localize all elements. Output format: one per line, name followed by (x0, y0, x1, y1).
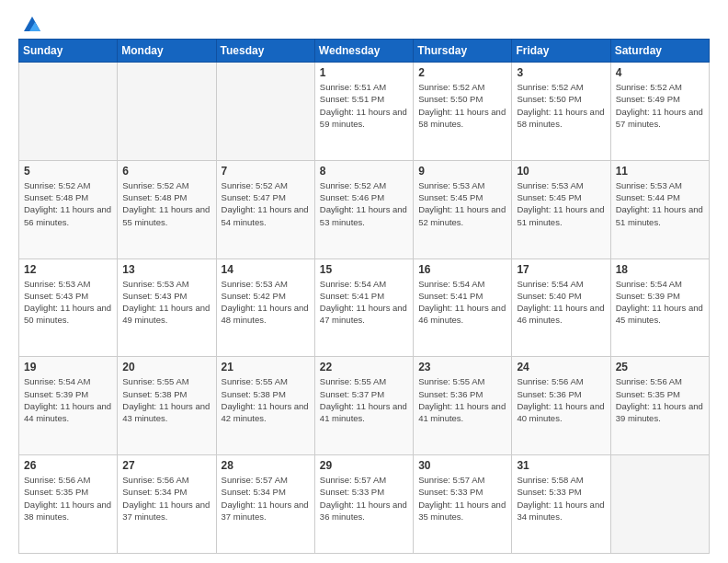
day-number: 24 (517, 361, 605, 373)
day-info: Sunrise: 5:57 AMSunset: 5:33 PMDaylight:… (418, 474, 506, 523)
day-info: Sunrise: 5:54 AMSunset: 5:41 PMDaylight:… (320, 278, 408, 327)
day-number: 15 (320, 263, 408, 276)
calendar-cell-10: 10Sunrise: 5:53 AMSunset: 5:45 PMDayligh… (512, 160, 610, 259)
day-info: Sunrise: 5:54 AMSunset: 5:41 PMDaylight:… (418, 278, 506, 327)
day-number: 1 (320, 66, 408, 79)
day-number: 30 (418, 459, 506, 472)
calendar-cell-3: 3Sunrise: 5:52 AMSunset: 5:50 PMDaylight… (512, 63, 610, 161)
calendar: SundayMondayTuesdayWednesdayThursdayFrid… (18, 39, 710, 554)
calendar-cell-6: 6Sunrise: 5:52 AMSunset: 5:48 PMDaylight… (118, 160, 216, 259)
calendar-cell-14: 14Sunrise: 5:53 AMSunset: 5:42 PMDayligh… (216, 259, 314, 357)
day-number: 11 (616, 165, 704, 178)
calendar-header-thursday: Thursday (414, 40, 512, 63)
calendar-cell-5: 5Sunrise: 5:52 AMSunset: 5:48 PMDaylight… (19, 160, 118, 259)
day-number: 19 (24, 361, 112, 373)
day-info: Sunrise: 5:53 AMSunset: 5:45 PMDaylight:… (418, 179, 506, 228)
day-info: Sunrise: 5:54 AMSunset: 5:40 PMDaylight:… (517, 278, 605, 327)
calendar-cell-30: 30Sunrise: 5:57 AMSunset: 5:33 PMDayligh… (414, 455, 512, 554)
calendar-cell-13: 13Sunrise: 5:53 AMSunset: 5:43 PMDayligh… (118, 259, 216, 357)
calendar-week-1: 1Sunrise: 5:51 AMSunset: 5:51 PMDaylight… (19, 63, 710, 161)
day-info: Sunrise: 5:53 AMSunset: 5:42 PMDaylight:… (222, 278, 310, 327)
day-info: Sunrise: 5:54 AMSunset: 5:39 PMDaylight:… (616, 278, 704, 327)
day-number: 25 (616, 361, 704, 373)
calendar-cell-15: 15Sunrise: 5:54 AMSunset: 5:41 PMDayligh… (314, 259, 413, 357)
day-info: Sunrise: 5:55 AMSunset: 5:38 PMDaylight:… (222, 375, 310, 424)
calendar-cell-19: 19Sunrise: 5:54 AMSunset: 5:39 PMDayligh… (19, 357, 118, 455)
day-info: Sunrise: 5:52 AMSunset: 5:46 PMDaylight:… (320, 179, 408, 228)
calendar-cell-16: 16Sunrise: 5:54 AMSunset: 5:41 PMDayligh… (414, 259, 512, 357)
calendar-cell-18: 18Sunrise: 5:54 AMSunset: 5:39 PMDayligh… (610, 259, 709, 357)
day-info: Sunrise: 5:52 AMSunset: 5:50 PMDaylight:… (517, 81, 605, 130)
day-number: 22 (320, 361, 408, 373)
calendar-cell-4: 4Sunrise: 5:52 AMSunset: 5:49 PMDaylight… (610, 63, 709, 161)
calendar-cell-12: 12Sunrise: 5:53 AMSunset: 5:43 PMDayligh… (19, 259, 118, 357)
day-info: Sunrise: 5:58 AMSunset: 5:33 PMDaylight:… (517, 474, 605, 523)
calendar-week-5: 26Sunrise: 5:56 AMSunset: 5:35 PMDayligh… (19, 455, 710, 554)
day-info: Sunrise: 5:55 AMSunset: 5:36 PMDaylight:… (418, 375, 506, 424)
day-number: 12 (24, 263, 112, 276)
logo-icon (22, 15, 42, 35)
day-number: 18 (616, 263, 704, 276)
day-number: 6 (122, 165, 210, 178)
page: SundayMondayTuesdayWednesdayThursdayFrid… (0, 0, 728, 563)
day-info: Sunrise: 5:53 AMSunset: 5:43 PMDaylight:… (122, 278, 210, 327)
day-number: 17 (517, 263, 605, 276)
day-info: Sunrise: 5:56 AMSunset: 5:36 PMDaylight:… (517, 375, 605, 424)
calendar-cell-23: 23Sunrise: 5:55 AMSunset: 5:36 PMDayligh… (414, 357, 512, 455)
day-number: 7 (222, 165, 310, 178)
day-number: 9 (418, 165, 506, 178)
calendar-cell-11: 11Sunrise: 5:53 AMSunset: 5:44 PMDayligh… (610, 160, 709, 259)
calendar-header-sunday: Sunday (19, 40, 118, 63)
calendar-cell-26: 26Sunrise: 5:56 AMSunset: 5:35 PMDayligh… (19, 455, 118, 554)
calendar-week-2: 5Sunrise: 5:52 AMSunset: 5:48 PMDaylight… (19, 160, 710, 259)
calendar-cell-empty (610, 455, 709, 554)
day-number: 10 (517, 165, 605, 178)
calendar-header-wednesday: Wednesday (314, 40, 413, 63)
day-info: Sunrise: 5:53 AMSunset: 5:45 PMDaylight:… (517, 179, 605, 228)
day-number: 14 (222, 263, 310, 276)
calendar-cell-2: 2Sunrise: 5:52 AMSunset: 5:50 PMDaylight… (414, 63, 512, 161)
calendar-cell-28: 28Sunrise: 5:57 AMSunset: 5:34 PMDayligh… (216, 455, 314, 554)
day-number: 31 (517, 459, 605, 472)
day-number: 4 (616, 66, 704, 79)
calendar-cell-25: 25Sunrise: 5:56 AMSunset: 5:35 PMDayligh… (610, 357, 709, 455)
calendar-cell-7: 7Sunrise: 5:52 AMSunset: 5:47 PMDaylight… (216, 160, 314, 259)
calendar-cell-8: 8Sunrise: 5:52 AMSunset: 5:46 PMDaylight… (314, 160, 413, 259)
day-number: 5 (24, 165, 112, 178)
calendar-cell-1: 1Sunrise: 5:51 AMSunset: 5:51 PMDaylight… (314, 63, 413, 161)
day-number: 3 (517, 66, 605, 79)
day-info: Sunrise: 5:57 AMSunset: 5:33 PMDaylight:… (320, 474, 408, 523)
day-number: 20 (122, 361, 210, 373)
header (18, 15, 710, 29)
calendar-cell-29: 29Sunrise: 5:57 AMSunset: 5:33 PMDayligh… (314, 455, 413, 554)
calendar-cell-17: 17Sunrise: 5:54 AMSunset: 5:40 PMDayligh… (512, 259, 610, 357)
day-number: 21 (222, 361, 310, 373)
day-number: 2 (418, 66, 506, 79)
day-info: Sunrise: 5:54 AMSunset: 5:39 PMDaylight:… (24, 375, 112, 424)
calendar-cell-27: 27Sunrise: 5:56 AMSunset: 5:34 PMDayligh… (118, 455, 216, 554)
calendar-header-tuesday: Tuesday (216, 40, 314, 63)
day-info: Sunrise: 5:56 AMSunset: 5:35 PMDaylight:… (24, 474, 112, 523)
calendar-header-monday: Monday (118, 40, 216, 63)
calendar-cell-empty (19, 63, 118, 161)
day-number: 28 (222, 459, 310, 472)
logo (18, 15, 42, 29)
day-info: Sunrise: 5:51 AMSunset: 5:51 PMDaylight:… (320, 81, 408, 130)
day-number: 29 (320, 459, 408, 472)
day-number: 16 (418, 263, 506, 276)
calendar-cell-empty (118, 63, 216, 161)
calendar-week-3: 12Sunrise: 5:53 AMSunset: 5:43 PMDayligh… (19, 259, 710, 357)
calendar-cell-24: 24Sunrise: 5:56 AMSunset: 5:36 PMDayligh… (512, 357, 610, 455)
day-info: Sunrise: 5:52 AMSunset: 5:50 PMDaylight:… (418, 81, 506, 130)
day-number: 26 (24, 459, 112, 472)
day-info: Sunrise: 5:53 AMSunset: 5:43 PMDaylight:… (24, 278, 112, 327)
day-info: Sunrise: 5:52 AMSunset: 5:48 PMDaylight:… (24, 179, 112, 228)
calendar-header-row: SundayMondayTuesdayWednesdayThursdayFrid… (19, 40, 710, 63)
day-number: 8 (320, 165, 408, 178)
calendar-cell-31: 31Sunrise: 5:58 AMSunset: 5:33 PMDayligh… (512, 455, 610, 554)
calendar-cell-empty (216, 63, 314, 161)
calendar-header-friday: Friday (512, 40, 610, 63)
day-info: Sunrise: 5:55 AMSunset: 5:37 PMDaylight:… (320, 375, 408, 424)
calendar-cell-21: 21Sunrise: 5:55 AMSunset: 5:38 PMDayligh… (216, 357, 314, 455)
calendar-cell-22: 22Sunrise: 5:55 AMSunset: 5:37 PMDayligh… (314, 357, 413, 455)
